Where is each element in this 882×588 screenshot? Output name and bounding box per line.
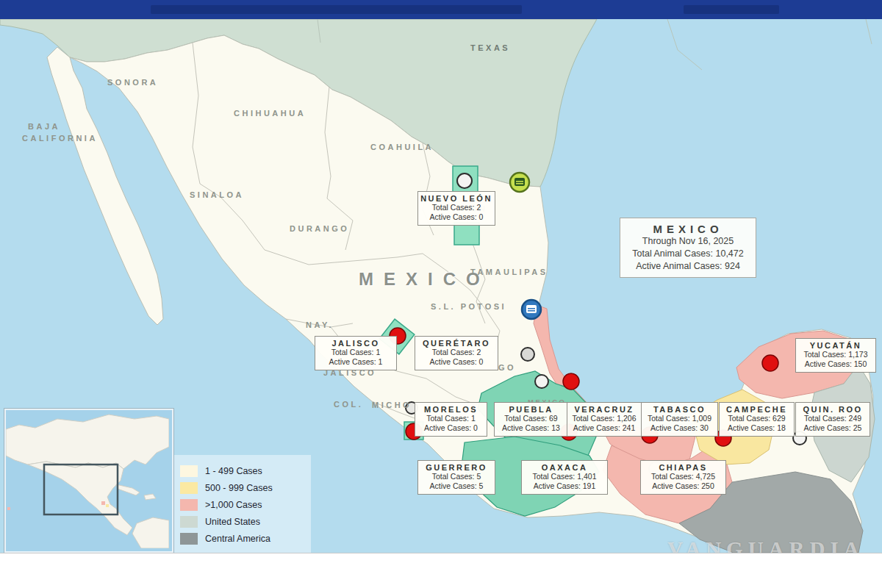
label-guanajuato: GO [498, 363, 516, 372]
summary-period: Through Nov 16, 2025 [623, 235, 753, 248]
cropped-title-text [151, 5, 522, 14]
callout-title: QUIN. ROO [797, 405, 868, 414]
label-chihuahua: CHIHUAHUA [234, 109, 306, 118]
callout-total: Total Cases: 1,206 [569, 414, 639, 423]
legend-item: 1 - 499 Cases [180, 462, 311, 479]
callout-total: Total Cases: 2 [417, 348, 496, 357]
callout-active: Active Cases: 191 [523, 481, 606, 491]
callout-queretaro: QUERÉTARO Total Cases: 2 Active Cases: 0 [415, 336, 498, 370]
callout-puebla: PUEBLA Total Cases: 69 Active Cases: 13 [494, 402, 568, 437]
callout-jalisco: JALISCO Total Cases: 1 Active Cases: 1 [315, 336, 397, 370]
si-dispersal-center-icon [522, 300, 541, 319]
moore-air-base-icon [510, 173, 529, 192]
callout-guerrero: GUERRERO Total Cases: 5 Active Cases: 5 [417, 460, 495, 495]
legend-swatch-1000plus [180, 499, 198, 511]
callout-total: Total Cases: 1 [317, 348, 395, 357]
callout-total: Total Cases: 1,173 [797, 350, 874, 359]
top-title-bar [0, 0, 882, 19]
label-coahuila: COAHUILA [370, 143, 434, 151]
legend-item: United States [180, 513, 311, 530]
legend-item: 500 - 999 Cases [180, 479, 311, 496]
callout-active: Active Cases: 18 [721, 423, 792, 433]
label-california: CALIFORNIA [22, 134, 98, 143]
cropped-title-text [684, 5, 779, 14]
callout-nuevo-leon: NUEVO LEÓN Total Cases: 2 Active Cases: … [417, 191, 495, 226]
legend-swatch-1-499 [180, 465, 198, 477]
label-colima: COL. [334, 400, 363, 409]
callout-total: Total Cases: 1,401 [523, 472, 606, 481]
callout-active: Active Cases: 150 [797, 359, 874, 369]
callout-title: CHIAPAS [642, 463, 724, 472]
legend-label: 500 - 999 Cases [205, 483, 273, 493]
callout-oaxaca: OAXACA Total Cases: 1,401 Active Cases: … [521, 460, 608, 495]
callout-active: Active Cases: 241 [569, 423, 639, 433]
callout-active: Active Cases: 250 [642, 481, 724, 491]
callout-active: Active Cases: 25 [797, 423, 868, 433]
legend-swatch-500-999 [180, 482, 198, 494]
callout-active: Active Cases: 0 [417, 423, 485, 433]
callout-total: Total Cases: 249 [797, 414, 868, 423]
callout-chiapas: CHIAPAS Total Cases: 4,725 Active Cases:… [640, 460, 726, 495]
label-nayarit: NAY. [306, 320, 334, 329]
summary-total-cases: Total Animal Cases: 10,472 [623, 248, 753, 260]
callout-active: Active Cases: 30 [643, 423, 716, 433]
legend: 1 - 499 Cases 500 - 999 Cases >1,000 Cas… [171, 455, 311, 553]
callout-total: Total Cases: 4,725 [642, 472, 724, 481]
callout-title: JALISCO [317, 339, 395, 348]
legend-label: United States [205, 517, 260, 527]
label-michoacan: MICHO [372, 401, 412, 409]
callout-title: OAXACA [523, 463, 606, 472]
legend-item: >1,000 Cases [180, 496, 311, 513]
callout-tabasco: TABASCO Total Cases: 1,009 Active Cases:… [641, 402, 718, 437]
callout-active: Active Cases: 5 [420, 481, 493, 491]
callout-title: GUERRERO [420, 463, 493, 472]
callout-total: Total Cases: 1 [417, 414, 485, 423]
callout-campeche: CAMPECHE Total Cases: 629 Active Cases: … [719, 402, 795, 437]
callout-title: PUEBLA [496, 405, 566, 414]
callout-morelos: MORELOS Total Cases: 1 Active Cases: 0 [415, 402, 487, 437]
callout-total: Total Cases: 1,009 [643, 414, 716, 423]
inset-locator-map [4, 409, 173, 553]
label-texas: TEXAS [470, 43, 510, 52]
callout-active: Active Cases: 0 [417, 357, 496, 367]
callout-total: Total Cases: 5 [420, 472, 493, 481]
legend-label: Central America [205, 534, 270, 544]
label-baja: BAJA [28, 122, 60, 131]
label-sonora: SONORA [107, 78, 158, 87]
summary-title: MEXICO [623, 223, 753, 235]
callout-total: Total Cases: 2 [420, 203, 493, 212]
callout-total: Total Cases: 69 [496, 414, 566, 423]
mexico-summary-box: MEXICO Through Nov 16, 2025 Total Animal… [620, 218, 756, 278]
label-tamaulipas: TAMAULIPAS [470, 268, 548, 276]
legend-item: Central America [180, 530, 311, 547]
label-durango: DURANGO [290, 224, 349, 233]
callout-title: QUERÉTARO [417, 339, 496, 348]
callout-title: TABASCO [643, 405, 716, 414]
callout-active: Active Cases: 13 [496, 423, 566, 433]
callout-quintana-roo: QUIN. ROO Total Cases: 249 Active Cases:… [795, 402, 870, 437]
legend-label: 1 - 499 Cases [205, 466, 262, 476]
label-sl-potosi: S.L. POTOSI [431, 302, 506, 311]
legend-label: >1,000 Cases [205, 500, 262, 510]
callout-title: VERACRUZ [569, 405, 639, 414]
summary-active-cases: Active Animal Cases: 924 [623, 260, 753, 273]
map-infographic: MEXICO TEXAS SONORA CHIHUAHUA BAJA CALIF… [0, 0, 882, 588]
callout-title: NUEVO LEÓN [420, 194, 493, 203]
callout-title: YUCATÁN [797, 341, 874, 350]
callout-active: Active Cases: 1 [317, 357, 395, 367]
callout-active: Active Cases: 0 [420, 212, 493, 222]
label-sinaloa: SINALOA [190, 190, 244, 199]
footer-bar: SI Dispersal Centers Moore Air Base MX S… [0, 553, 882, 588]
legend-swatch-united-states [180, 516, 198, 528]
callout-title: CAMPECHE [721, 405, 792, 414]
legend-swatch-central-america [180, 533, 198, 545]
callout-total: Total Cases: 629 [721, 414, 792, 423]
callout-title: MORELOS [417, 405, 485, 414]
callout-veracruz: VERACRUZ Total Cases: 1,206 Active Cases… [567, 402, 642, 437]
inset-map-canvas [6, 410, 169, 548]
callout-yucatan: YUCATÁN Total Cases: 1,173 Active Cases:… [795, 338, 876, 373]
